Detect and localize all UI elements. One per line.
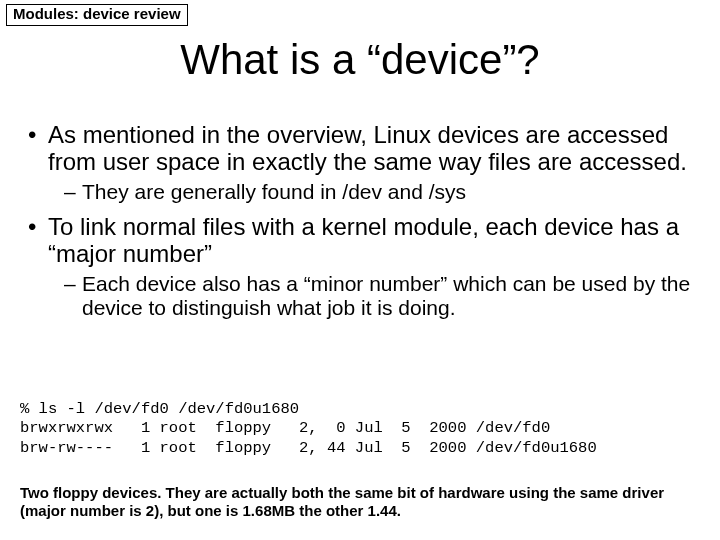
- code-line-3: brw-rw---- 1 root floppy 2, 44 Jul 5 200…: [20, 439, 597, 457]
- code-block: % ls -l /dev/fd0 /dev/fd0u1680 brwxrwxrw…: [20, 400, 700, 458]
- code-line-1: % ls -l /dev/fd0 /dev/fd0u1680: [20, 400, 299, 418]
- slide: Modules: device review What is a “device…: [0, 0, 720, 540]
- code-line-2: brwxrwxrwx 1 root floppy 2, 0 Jul 5 2000…: [20, 419, 550, 437]
- module-tag: Modules: device review: [6, 4, 188, 26]
- caption: Two floppy devices. They are actually bo…: [20, 484, 700, 520]
- bullet-2a: Each device also has a “minor number” wh…: [64, 272, 692, 320]
- slide-title: What is a “device”?: [0, 36, 720, 84]
- bullet-1: As mentioned in the overview, Linux devi…: [28, 122, 692, 176]
- bullet-1a: They are generally found in /dev and /sy…: [64, 180, 692, 204]
- slide-body: As mentioned in the overview, Linux devi…: [28, 112, 692, 324]
- bullet-2: To link normal files with a kernel modul…: [28, 214, 692, 268]
